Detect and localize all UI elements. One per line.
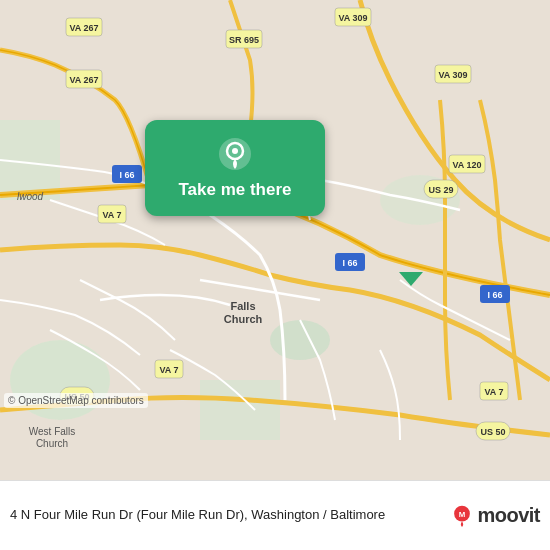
svg-text:VA 120: VA 120	[452, 160, 481, 170]
map-container: I 66 I 66 I 66 VA 267 VA 267 SR 695 VA 3…	[0, 0, 550, 480]
svg-text:I 66: I 66	[487, 290, 502, 300]
popup-label: Take me there	[178, 180, 291, 200]
svg-point-1	[270, 320, 330, 360]
map-svg: I 66 I 66 I 66 VA 267 VA 267 SR 695 VA 3…	[0, 0, 550, 480]
svg-text:Falls: Falls	[230, 300, 255, 312]
svg-text:VA 267: VA 267	[69, 23, 98, 33]
svg-text:VA 7: VA 7	[484, 387, 503, 397]
svg-rect-5	[200, 380, 280, 440]
svg-text:West Falls: West Falls	[29, 426, 76, 437]
take-me-there-button[interactable]: Take me there	[145, 120, 325, 216]
svg-text:US 29: US 29	[428, 185, 453, 195]
popup-container[interactable]: Take me there	[145, 120, 325, 216]
address-text: 4 N Four Mile Run Dr (Four Mile Run Dr),…	[10, 506, 443, 524]
svg-text:VA 267: VA 267	[69, 75, 98, 85]
svg-text:Church: Church	[224, 313, 263, 325]
svg-text:VA 309: VA 309	[438, 70, 467, 80]
moovit-logo: M moovit	[451, 504, 540, 527]
svg-text:VA 7: VA 7	[102, 210, 121, 220]
svg-text:US 50: US 50	[480, 427, 505, 437]
svg-text:Church: Church	[36, 438, 68, 449]
svg-text:M: M	[459, 509, 466, 518]
moovit-text: moovit	[477, 504, 540, 527]
location-pin-icon	[217, 136, 253, 172]
svg-text:I 66: I 66	[119, 170, 134, 180]
osm-credit: © OpenStreetMap contributors	[4, 393, 148, 408]
svg-text:VA 7: VA 7	[159, 365, 178, 375]
svg-point-43	[232, 148, 238, 154]
moovit-pin-icon: M	[451, 505, 473, 527]
bottom-bar: 4 N Four Mile Run Dr (Four Mile Run Dr),…	[0, 480, 550, 550]
svg-text:I 66: I 66	[342, 258, 357, 268]
svg-text:VA 309: VA 309	[338, 13, 367, 23]
svg-text:lwood: lwood	[17, 191, 44, 202]
svg-text:SR 695: SR 695	[229, 35, 259, 45]
